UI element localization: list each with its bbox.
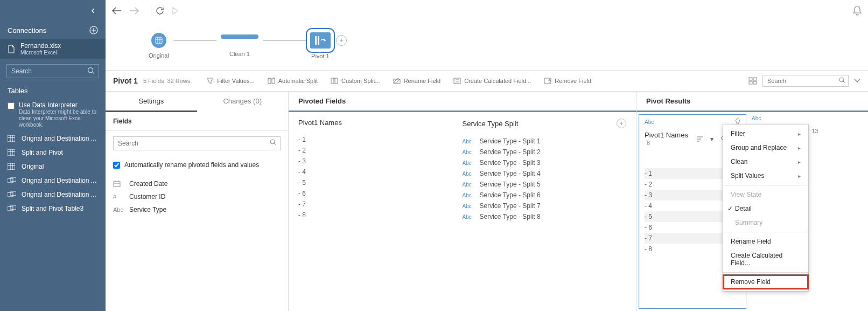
table-item[interactable]: Split and Pivot Table3 [0,202,106,216]
connection-item[interactable]: Fernando.xlsx Microsoft Excel [0,39,106,59]
table-item[interactable]: Original [0,160,106,174]
table-item[interactable]: Orignal and Destination ... [0,174,106,188]
rename-field-button[interactable]: Rename Field [388,75,446,86]
expand-icon[interactable] [854,79,860,83]
refresh-button[interactable] [156,6,164,15]
pivot-name-value[interactable]: - 6 [298,188,463,199]
svg-rect-20 [454,78,460,84]
flow-node-original[interactable]: Original [149,33,169,59]
data-interpreter-checkbox[interactable] [8,102,15,109]
menu-filter[interactable]: Filter▸ [723,127,808,141]
field-item[interactable]: #Customer ID [106,190,288,203]
pivot-split-value[interactable]: AbcService Type - Split 1 [463,136,627,147]
rows-count: 32 Rows [167,78,190,84]
notification-icon[interactable] [853,6,862,16]
sidebar-search-input[interactable] [6,64,99,78]
field-item[interactable]: Created Date [106,177,288,190]
menu-create-calc[interactable]: Create Calculated Field... [723,248,808,270]
pivot-name-value[interactable]: - 2 [298,145,463,156]
table-item-label: Orignal and Destination ... [22,135,96,142]
menu-split-values[interactable]: Split Values▸ [723,169,808,183]
dropdown-icon[interactable]: ▾ [707,134,717,144]
add-step-button[interactable]: + [336,35,347,46]
tab-settings[interactable]: Settings [106,92,197,112]
pivoted-fields-pane: Pivoted Fields Pivot1 Names - 1 - 2 - 3 … [289,92,636,311]
sidebar-search [6,64,99,78]
pivot-name-value[interactable]: - 5 [298,177,463,188]
menu-clean[interactable]: Clean▸ [723,155,808,169]
svg-point-27 [270,140,275,144]
filter-icon [206,78,214,84]
filter-values-button[interactable]: Filter Values... [201,75,260,86]
flow-connector [173,40,216,41]
pivoted-fields-header: Pivoted Fields [289,92,636,112]
field-label: Customer ID [129,193,165,201]
table-item[interactable]: Orignal and Destination ... [0,188,106,202]
pivot-split-value[interactable]: AbcService Type - Split 6 [463,190,627,201]
sidebar-collapse-button[interactable] [0,0,106,22]
pivot-split-value[interactable]: AbcService Type - Split 7 [463,201,627,211]
flow-node-clean[interactable]: Clean 1 [221,34,258,57]
add-pivot-column-button[interactable]: + [617,119,626,128]
grid-view-icon[interactable] [748,77,757,85]
forward-button[interactable] [129,7,139,15]
pivot-split-value[interactable]: AbcService Type - Split 4 [463,168,627,179]
flow-connector [263,40,306,41]
union-icon [8,191,16,198]
table-item[interactable]: Split and Pivot [0,146,106,160]
table-item-label: Orignal and Destination ... [22,177,96,184]
svg-rect-2 [8,135,15,142]
step-toolbar: Pivot 1 5 Fields 32 Rows Filter Values..… [106,70,868,92]
svg-rect-14 [268,78,271,84]
field-item[interactable]: AbcService Type [106,203,288,216]
result-column-count: 8 [647,140,650,146]
results-search-input[interactable] [762,75,849,87]
svg-rect-3 [8,149,15,156]
topbar [106,0,868,22]
pivot-split-value[interactable]: AbcService Type - Split 5 [463,179,627,190]
abc-type-icon: Abc [463,139,474,144]
automatic-split-button[interactable]: Automatic Split [262,75,323,86]
pivot-name-value[interactable]: - 4 [298,167,463,177]
pivot-split-value[interactable]: AbcService Type - Split 8 [463,211,627,222]
menu-remove-field[interactable]: Remove Field [723,275,808,289]
tab-changes[interactable]: Changes (0) [197,92,289,112]
pivot-split-value[interactable]: AbcService Type - Split 3 [463,157,627,168]
abc-type-icon: Abc [463,182,474,188]
back-button[interactable] [112,7,122,15]
search-icon [87,67,95,74]
abc-type-icon: Abc [463,192,474,198]
custom-split-button[interactable]: Custom Split... [325,75,386,86]
pivot-results-pane: Pivot Results Abc Pivot1 Names 8 ▾ ⋯ [636,92,868,311]
run-button[interactable] [172,7,178,15]
svg-rect-8 [11,191,16,196]
flow-node-pivot[interactable]: Pivot 1 [310,32,331,59]
pivot-name-value[interactable]: - 8 [298,210,463,220]
pivot-name-value[interactable]: - 3 [298,156,463,167]
calc-icon [453,78,461,84]
svg-rect-7 [8,192,13,197]
fields-search-input[interactable] [113,136,281,150]
remove-field-button[interactable]: Remove Field [538,75,597,86]
pivot-split-value[interactable]: AbcService Type - Split 2 [463,147,627,157]
svg-rect-25 [753,81,757,84]
abc-type-icon: Abc [463,160,474,166]
main: Original Clean 1 Pivot 1 + Pivot 1 5 Fie… [106,0,868,311]
abc-type-icon: Abc [113,206,124,213]
add-connection-icon[interactable] [89,26,98,34]
fields-count: 5 Fields [143,78,164,84]
flow-node-label: Clean 1 [229,51,250,57]
svg-rect-22 [749,78,752,80]
menu-detail[interactable]: ✓Detail [723,202,808,216]
flow-canvas[interactable]: Original Clean 1 Pivot 1 + [106,22,868,70]
step-name: Pivot 1 [113,77,138,85]
create-calc-button[interactable]: Create Calculated Field... [448,75,536,86]
sort-icon[interactable] [695,134,705,144]
menu-rename-field[interactable]: Rename Field [723,234,808,248]
pivot-name-value[interactable]: - 1 [298,134,463,145]
service-type-split-title: Service Type Split + [463,119,627,128]
table-item[interactable]: Orignal and Destination ... [0,132,106,146]
pivot-name-value[interactable]: - 7 [298,199,463,210]
menu-group-replace[interactable]: Group and Replace▸ [723,141,808,155]
auto-rename-checkbox[interactable] [113,162,120,169]
